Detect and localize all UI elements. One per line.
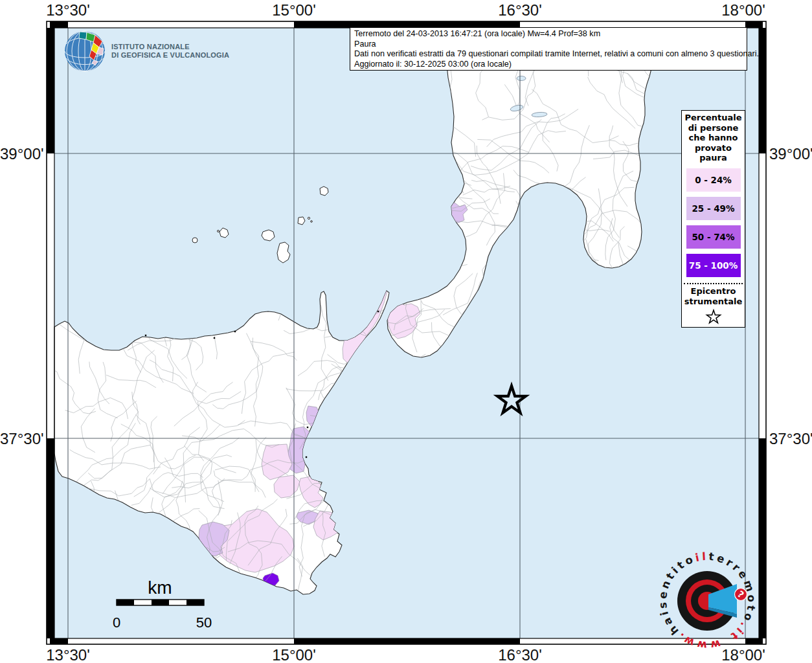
- axis-bottom-16-30: 16°30': [498, 646, 542, 663]
- axis-top-13-30: 13°30': [46, 1, 90, 19]
- ingv-globe-icon: [63, 30, 106, 73]
- ingv-logo: ISTITUTO NAZIONALE DI GEOFISICA E VULCAN…: [63, 30, 229, 73]
- legend-class-25-49: 25 - 49%: [686, 197, 741, 220]
- axis-right-39-00: 39°00': [769, 145, 812, 163]
- legend-class-0-24: 0 - 24%: [686, 168, 741, 192]
- legend-title: Percentuale di persone che hanno provato…: [682, 113, 745, 163]
- legend-epicenter-star-icon: [705, 309, 723, 326]
- legend-panel: Percentuale di persone che hanno provato…: [681, 110, 745, 328]
- scale-end-label: 50: [196, 614, 212, 631]
- map-canvas: km 0 50 ? www.haisentitoilterremoto.it: [0, 0, 812, 663]
- ingv-line2: DI GEOFISICA E VULCANOLOGIA: [111, 51, 229, 60]
- axis-top-15-00: 15°00': [272, 1, 316, 19]
- axis-top-16-30: 16°30': [498, 1, 542, 19]
- axis-top-18-00: 18°00': [721, 1, 765, 19]
- legend-class-50-74: 50 - 74%: [686, 225, 741, 249]
- legend-epicenter-label: Epicentro strumentale: [682, 286, 745, 307]
- event-disclaimer: Dati non verificati estratti da 79 quest…: [354, 49, 743, 60]
- axis-bottom-13-30: 13°30': [46, 646, 90, 663]
- event-updated-at: Aggiornato il: 30-12-2025 03:00 (ora loc…: [354, 60, 743, 70]
- axis-left-39-00: 39°00': [0, 145, 41, 163]
- legend-class-75-100: 75 - 100%: [686, 254, 741, 277]
- ingv-wordmark: ISTITUTO NAZIONALE DI GEOFISICA E VULCAN…: [111, 43, 229, 60]
- scale-unit-label: km: [148, 578, 172, 598]
- ingv-line1: ISTITUTO NAZIONALE: [111, 43, 229, 52]
- legend-divider: [684, 283, 743, 284]
- axis-bottom-18-00: 18°00': [721, 646, 765, 663]
- axis-bottom-15-00: 15°00': [272, 646, 316, 663]
- event-title: Terremoto del 24-03-2013 16:47:21 (ora l…: [354, 29, 743, 39]
- axis-right-37-30: 37°30': [769, 430, 812, 448]
- event-info-box: Terremoto del 24-03-2013 16:47:21 (ora l…: [350, 27, 747, 71]
- event-metric: Paura: [354, 39, 743, 50]
- scale-start-label: 0: [113, 614, 120, 631]
- axis-left-37-30: 37°30': [0, 430, 41, 448]
- map-page: km 0 50 ? www.haisentitoilterremoto.it: [0, 0, 812, 663]
